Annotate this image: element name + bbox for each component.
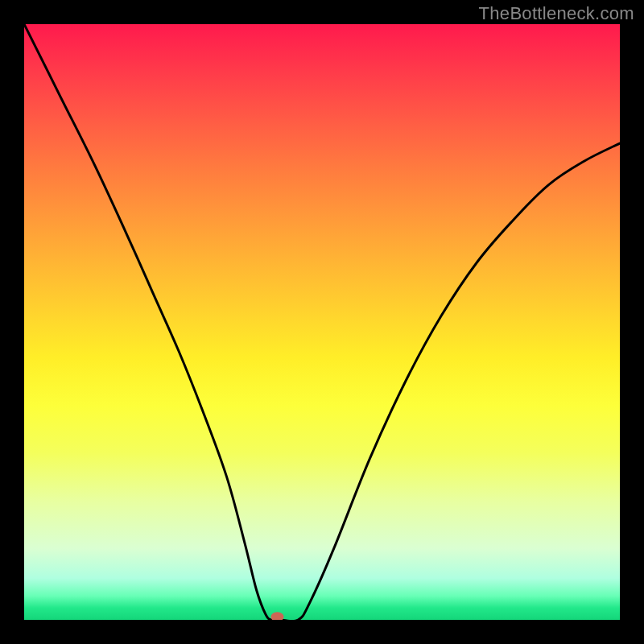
chart-svg <box>24 24 620 620</box>
chart-frame: TheBottleneck.com <box>0 0 644 644</box>
bottleneck-curve <box>24 24 620 620</box>
watermark-text: TheBottleneck.com <box>479 3 634 24</box>
plot-area <box>24 24 620 620</box>
optimum-marker <box>271 612 284 620</box>
